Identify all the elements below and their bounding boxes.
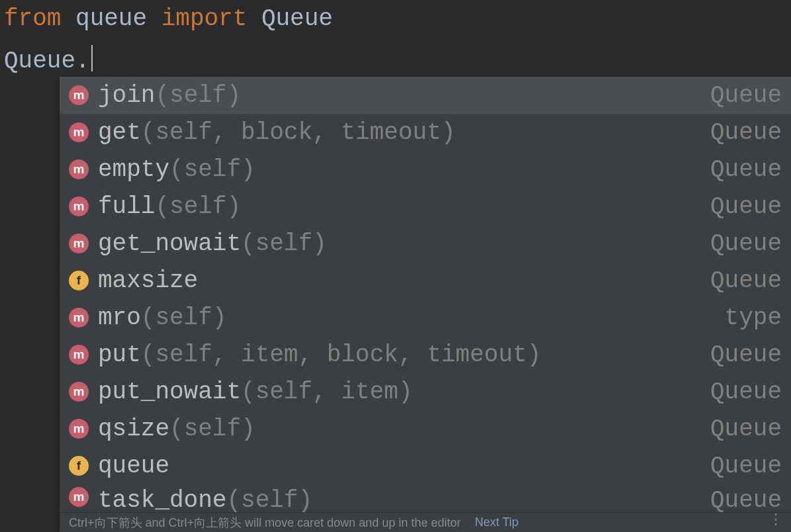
autocomplete-popup[interactable]: mjoin(self)Queuemget(self, block, timeou… (60, 77, 791, 532)
completion-name: mro (98, 304, 141, 332)
completion-source: Queue (697, 230, 782, 257)
completion-source: Queue (697, 378, 782, 406)
completion-args: (self, item, block, timeout) (141, 341, 541, 369)
completion-source: Queue (697, 453, 782, 480)
method-icon: m (69, 197, 89, 216)
completion-signature: maxsize (98, 267, 688, 294)
class-name: Queue (261, 5, 333, 32)
completion-signature: empty(self) (98, 156, 688, 183)
completion-item-mro[interactable]: mmro(self)type (60, 299, 791, 336)
completion-item-full[interactable]: mfull(self)Queue (60, 188, 791, 225)
completion-name: queue (98, 453, 169, 480)
code-line-1: from queue import Queue (4, 3, 787, 36)
completion-name: qsize (98, 416, 169, 443)
completion-source: Queue (697, 119, 782, 146)
completion-signature: put(self, item, block, timeout) (98, 341, 688, 369)
code-line-2: Queue. (4, 45, 787, 78)
method-icon: m (69, 122, 89, 142)
completion-name: get_nowait (98, 230, 241, 257)
completion-source: type (712, 304, 782, 332)
completion-item-get_nowait[interactable]: mget_nowait(self)Queue (60, 225, 791, 262)
keyword-from: from (4, 5, 61, 32)
completion-signature: qsize(self) (98, 416, 688, 443)
completion-args: (self) (155, 82, 241, 109)
completion-args: (self, block, timeout) (141, 119, 455, 146)
completion-name: put (98, 341, 141, 369)
dot: . (75, 48, 90, 75)
field-icon: f (69, 456, 89, 476)
completion-source: Queue (697, 341, 782, 369)
completion-args: (self) (169, 416, 256, 443)
typed-identifier: Queue (4, 48, 75, 75)
completion-args: (self) (141, 304, 227, 332)
method-icon: m (69, 419, 89, 439)
completion-item-empty[interactable]: mempty(self)Queue (60, 151, 791, 188)
method-icon: m (69, 234, 89, 253)
hint-bar: Ctrl+向下箭头 and Ctrl+向上箭头 will move caret … (60, 512, 791, 532)
method-icon: m (69, 487, 89, 507)
completion-item-queue[interactable]: fqueueQueue (60, 447, 791, 484)
completion-source: Queue (697, 156, 782, 183)
completion-name: full (98, 193, 155, 220)
completion-name: join (98, 82, 155, 109)
completion-source: Queue (697, 416, 782, 443)
completion-item-join[interactable]: mjoin(self)Queue (60, 77, 791, 114)
completion-item-qsize[interactable]: mqsize(self)Queue (60, 410, 791, 447)
code-editor[interactable]: from queue import Queue Queue. (0, 0, 791, 79)
completion-item-get[interactable]: mget(self, block, timeout)Queue (60, 114, 791, 151)
completion-signature: mro(self) (98, 304, 702, 332)
completion-source: Queue (697, 82, 782, 109)
completion-source: Queue (697, 193, 782, 220)
field-icon: f (69, 271, 89, 290)
method-icon: m (69, 85, 89, 105)
keyword-import: import (162, 5, 248, 32)
completion-signature: put_nowait(self, item) (98, 378, 688, 406)
completion-name: task_done (98, 487, 226, 512)
next-tip-link[interactable]: Next Tip (475, 515, 518, 529)
completion-name: empty (98, 156, 169, 183)
completion-item-task_done[interactable]: mtask_done(self)Queue (60, 484, 791, 512)
hint-text: Ctrl+向下箭头 and Ctrl+向上箭头 will move caret … (69, 515, 461, 531)
more-options-icon[interactable]: ⋮ (768, 511, 784, 528)
completion-signature: queue (98, 453, 688, 480)
method-icon: m (69, 382, 89, 402)
completion-args: (self, item) (241, 378, 412, 406)
completion-source: Queue (697, 487, 782, 512)
completion-item-maxsize[interactable]: fmaxsizeQueue (60, 262, 791, 299)
method-icon: m (69, 308, 89, 328)
completion-signature: join(self) (98, 82, 688, 109)
completion-name: get (98, 119, 141, 146)
completion-args: (self) (169, 156, 256, 183)
text-caret (91, 45, 93, 71)
completion-source: Queue (697, 267, 782, 294)
completion-signature: get(self, block, timeout) (98, 119, 688, 146)
completion-args: (self) (241, 230, 327, 257)
completion-list[interactable]: mjoin(self)Queuemget(self, block, timeou… (60, 77, 791, 512)
completion-args: (self) (155, 193, 241, 220)
completion-item-put[interactable]: mput(self, item, block, timeout)Queue (60, 336, 791, 373)
method-icon: m (69, 345, 89, 365)
completion-name: maxsize (98, 267, 198, 294)
completion-name: put_nowait (98, 378, 241, 406)
method-icon: m (69, 159, 89, 179)
module-name: queue (75, 5, 147, 32)
completion-signature: full(self) (98, 193, 688, 220)
completion-signature: task_done(self) (98, 487, 688, 512)
completion-args: (self) (226, 487, 312, 512)
completion-signature: get_nowait(self) (98, 230, 688, 257)
completion-item-put_nowait[interactable]: mput_nowait(self, item)Queue (60, 373, 791, 410)
